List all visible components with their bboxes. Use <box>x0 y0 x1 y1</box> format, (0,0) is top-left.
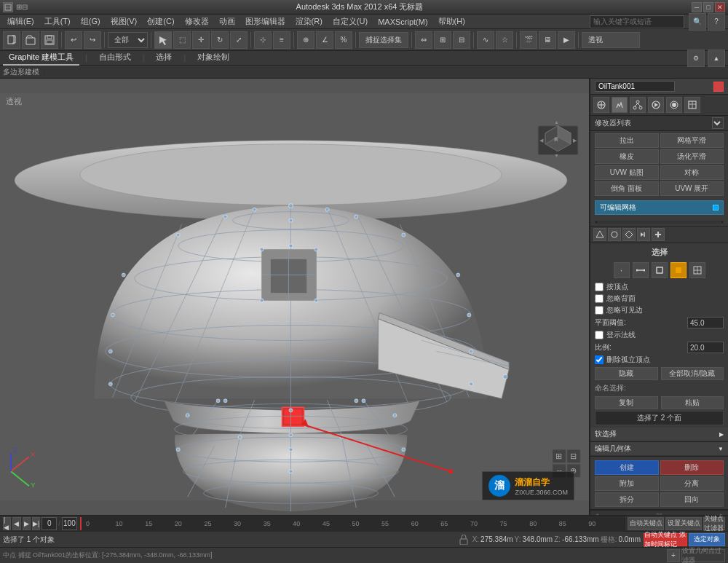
modify-panel-icon[interactable] <box>612 97 628 113</box>
ribbon-tab-select[interactable]: 选择 <box>150 50 178 66</box>
mod-btn-pull[interactable]: 拉出 <box>595 133 659 148</box>
edit-reverse-btn[interactable]: 回向 <box>660 492 724 507</box>
lock-icon[interactable] <box>458 534 470 546</box>
key-filter-btn[interactable]: 关键点过滤器 <box>703 517 725 530</box>
sel-edge-icon[interactable] <box>633 262 649 278</box>
named-select[interactable]: ☆ <box>496 31 513 49</box>
render-frame[interactable]: ▶ <box>558 31 575 49</box>
curve-btn[interactable]: ∿ <box>477 31 494 49</box>
sel-element-icon[interactable] <box>689 262 705 278</box>
ribbon-settings-btn[interactable]: ⚙ <box>687 50 705 67</box>
motion-panel-icon[interactable] <box>648 97 664 113</box>
object-name-input[interactable] <box>595 81 675 92</box>
menu-view[interactable]: 视图(V) <box>106 15 142 28</box>
snap-select-btn[interactable]: 捕捉选择集 <box>359 32 408 48</box>
ribbon-tab-freeform[interactable]: 自由形式 <box>93 50 137 66</box>
snap-angle[interactable]: ∠ <box>316 31 333 49</box>
menu-create[interactable]: 创建(C) <box>143 15 178 28</box>
copy-btn[interactable]: 复制 <box>595 396 658 409</box>
sel-vertex-icon[interactable]: · <box>614 262 630 278</box>
save-btn[interactable] <box>41 31 58 49</box>
utility-panel-icon[interactable] <box>684 97 700 113</box>
edit-attach-btn[interactable]: 附加 <box>595 476 659 491</box>
search-button[interactable]: 🔍 <box>689 13 706 31</box>
mod-btn-turbsmooth[interactable]: 汤化平滑 <box>660 149 724 164</box>
checkbox-ignore-visible[interactable] <box>595 306 604 315</box>
mirror-btn[interactable]: ⇔ <box>415 31 432 49</box>
set-key-btn[interactable]: 设置关键点 <box>665 517 702 530</box>
auto-key-status[interactable]: 自动关键点 添加时间标记 <box>644 533 687 546</box>
timeline-track[interactable]: 0 10 15 20 25 30 35 40 45 50 55 60 65 70… <box>80 516 625 532</box>
ref-coord[interactable]: ⊹ <box>254 31 272 49</box>
ribbon-collapse-btn[interactable]: ▲ <box>708 50 725 67</box>
unhide-all-btn[interactable]: 全部取消/隐藏 <box>661 367 724 380</box>
mod-visibility-dot[interactable] <box>713 205 719 210</box>
scale-tool[interactable]: ⤢ <box>230 31 248 49</box>
ribbon-tab-graphite[interactable]: Graphite 建模工具 <box>3 50 79 66</box>
move-tool[interactable]: ✛ <box>192 31 210 49</box>
cat-icon-4[interactable] <box>637 228 650 241</box>
scale-input[interactable] <box>687 342 724 353</box>
checkbox-show-normals[interactable] <box>595 331 604 339</box>
menu-tools[interactable]: 工具(T) <box>40 15 75 28</box>
cat-icon-3[interactable] <box>622 228 636 241</box>
edit-geometry-header[interactable]: 编辑几何体 ▼ <box>590 442 728 456</box>
mod-btn-uvwmap[interactable]: UVW 贴图 <box>595 165 659 180</box>
sel-border-icon[interactable] <box>652 262 668 278</box>
edit-detach-btn[interactable]: 分离 <box>660 476 724 491</box>
checkbox-show-isolated[interactable] <box>595 355 604 364</box>
mod-btn-meshsmooth[interactable]: 网格平滑 <box>660 133 724 148</box>
viewport-dropdown[interactable]: 透视 <box>582 32 640 48</box>
snap-pct[interactable]: % <box>335 31 352 49</box>
hierarchy-panel-icon[interactable] <box>630 97 646 113</box>
snap-btn[interactable]: ⊕ <box>297 31 314 49</box>
display-panel-icon[interactable] <box>666 97 682 113</box>
tl-prev-btn[interactable]: ◀ <box>12 517 20 530</box>
tl-start-btn[interactable]: |◀ <box>3 517 11 530</box>
menu-group[interactable]: 组(G) <box>76 15 105 28</box>
layer-btn[interactable]: ≡ <box>273 31 290 49</box>
search-input[interactable] <box>590 15 684 28</box>
help-button[interactable]: ? <box>708 13 725 31</box>
select-tool[interactable] <box>154 31 172 49</box>
array-btn[interactable]: ⊟ <box>453 31 470 49</box>
edit-delete-btn[interactable]: 删除 <box>660 460 724 475</box>
cat-icon-5[interactable] <box>652 228 665 241</box>
checkbox-ignore-back[interactable] <box>595 294 604 303</box>
auto-key-btn[interactable]: 自动关键点 <box>628 517 664 530</box>
x-value[interactable]: 275.384m <box>480 535 513 543</box>
menu-modifiers[interactable]: 修改器 <box>181 15 213 28</box>
redo-btn[interactable]: ↪ <box>84 31 101 49</box>
menu-graph-editor[interactable]: 图形编辑器 <box>241 15 290 28</box>
menu-maxscript[interactable]: MAXScript(M) <box>373 16 432 28</box>
menu-customize[interactable]: 自定义(U) <box>328 15 372 28</box>
hide-btn[interactable]: 隐藏 <box>595 367 658 380</box>
close-button[interactable]: ✕ <box>715 2 725 12</box>
add-time-tag-btn[interactable]: + <box>667 549 680 562</box>
tl-play-btn[interactable]: ▶ <box>23 517 31 530</box>
modifier-list-dropdown[interactable]: ▼ <box>712 117 724 129</box>
paste-btn[interactable]: 粘贴 <box>661 396 724 409</box>
new-btn[interactable] <box>3 31 20 49</box>
edit-split-btn[interactable]: 拆分 <box>595 492 659 507</box>
open-btn[interactable] <box>22 31 39 49</box>
menu-edit[interactable]: 编辑(E) <box>3 15 39 28</box>
planar-threshold-input[interactable] <box>687 317 724 328</box>
z-value[interactable]: -66.133mm <box>562 535 599 543</box>
rotate-tool[interactable]: ↻ <box>211 31 229 49</box>
mod-btn-symmetry[interactable]: 对称 <box>660 165 724 180</box>
render-btn[interactable]: 🎬 <box>520 31 537 49</box>
menu-render[interactable]: 渲染(R) <box>291 15 327 28</box>
tl-counter[interactable]: 0 <box>41 517 57 530</box>
cat-icon-1[interactable] <box>593 228 606 241</box>
checkbox-by-vertex[interactable] <box>595 283 604 291</box>
subribbon-polymodel[interactable]: 多边形建模 <box>3 67 39 77</box>
create-panel-icon[interactable] <box>593 97 609 113</box>
soft-select-header[interactable]: 软选择 ▶ <box>590 428 728 441</box>
material-preview[interactable] <box>597 221 721 223</box>
render-setup[interactable]: 🖥 <box>539 31 556 49</box>
sel-polygon-icon[interactable] <box>670 262 687 278</box>
edit-create-btn[interactable]: 创建 <box>595 460 659 475</box>
maximize-button[interactable]: □ <box>703 2 713 12</box>
align-btn[interactable]: ⊞ <box>434 31 451 49</box>
